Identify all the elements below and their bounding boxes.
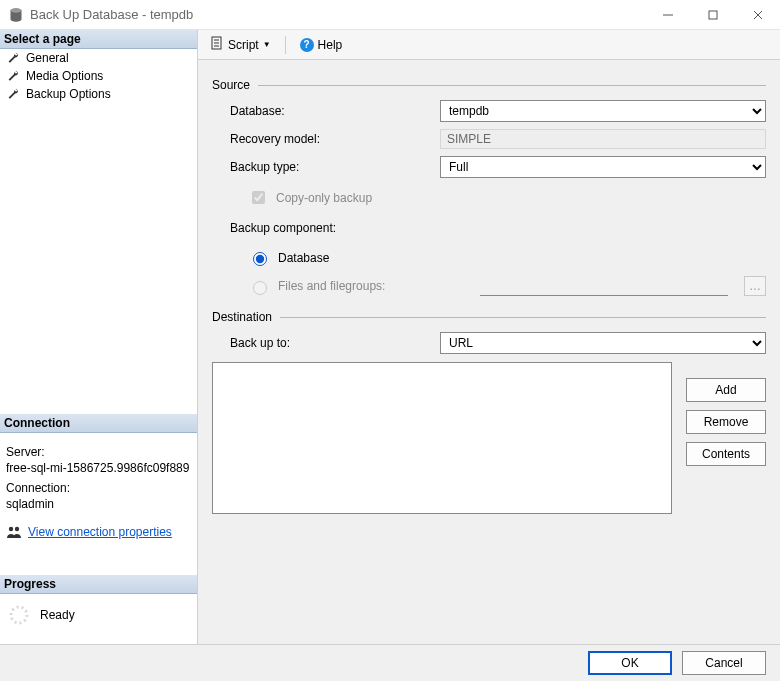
add-button[interactable]: Add	[686, 378, 766, 402]
svg-point-1	[11, 8, 22, 12]
backup-type-select[interactable]: Full	[440, 156, 766, 178]
backup-type-label: Backup type:	[230, 160, 440, 174]
backup-to-label: Back up to:	[230, 336, 440, 350]
minimize-button[interactable]	[645, 0, 690, 30]
database-label: Database:	[230, 104, 440, 118]
backup-to-select[interactable]: URL	[440, 332, 766, 354]
people-icon	[6, 525, 22, 539]
recovery-model-value: SIMPLE	[440, 129, 766, 149]
recovery-model-label: Recovery model:	[230, 132, 440, 146]
script-label: Script	[228, 38, 259, 52]
nav-item-label: Backup Options	[26, 87, 111, 101]
nav-item-label: Media Options	[26, 69, 103, 83]
database-select[interactable]: tempdb	[440, 100, 766, 122]
dialog-footer: OK Cancel	[0, 644, 780, 681]
content-area: Source Database: tempdb Recovery model: …	[198, 60, 780, 644]
close-button[interactable]	[735, 0, 780, 30]
wrench-icon	[6, 87, 20, 101]
right-panel: Script ▼ ? Help Source Database: tempdb	[198, 30, 780, 644]
nav-item-backup-options[interactable]: Backup Options	[0, 85, 197, 103]
help-label: Help	[318, 38, 343, 52]
connection-header: Connection	[0, 414, 197, 433]
wrench-icon	[6, 51, 20, 65]
filegroups-field	[480, 276, 728, 296]
radio-database-label: Database	[278, 251, 329, 265]
view-connection-properties-link[interactable]: View connection properties	[28, 525, 172, 539]
server-value: free-sql-mi-1586725.9986fc09f889	[6, 461, 191, 475]
ok-button[interactable]: OK	[588, 651, 672, 675]
connection-label: Connection:	[6, 481, 191, 495]
page-nav-list: General Media Options Backup Options	[0, 49, 197, 103]
help-icon: ?	[300, 38, 314, 52]
connection-info: Server: free-sql-mi-1586725.9986fc09f889…	[0, 433, 197, 551]
script-icon	[210, 36, 224, 53]
progress-header: Progress	[0, 575, 197, 594]
maximize-button[interactable]	[690, 0, 735, 30]
window-title: Back Up Database - tempdb	[30, 7, 645, 22]
destination-group: Destination	[212, 310, 766, 324]
radio-files-label: Files and filegroups:	[278, 279, 428, 293]
window-buttons	[645, 0, 780, 30]
left-panel: Select a page General Media Options Back…	[0, 30, 198, 644]
connection-value: sqladmin	[6, 497, 191, 511]
toolbar: Script ▼ ? Help	[198, 30, 780, 60]
toolbar-separator	[285, 36, 286, 54]
source-group-label: Source	[212, 78, 250, 92]
destination-list[interactable]	[212, 362, 672, 514]
svg-point-7	[15, 527, 19, 531]
contents-button[interactable]: Contents	[686, 442, 766, 466]
radio-database[interactable]	[253, 252, 267, 266]
svg-rect-3	[709, 11, 717, 19]
progress-status: Ready	[40, 608, 75, 622]
filegroups-browse-button: …	[744, 276, 766, 296]
select-page-header: Select a page	[0, 30, 197, 49]
remove-button[interactable]: Remove	[686, 410, 766, 434]
svg-point-8	[11, 607, 27, 623]
nav-item-general[interactable]: General	[0, 49, 197, 67]
help-button[interactable]: ? Help	[296, 36, 347, 54]
progress-spinner-icon	[8, 604, 30, 626]
copy-only-checkbox	[252, 191, 265, 204]
cancel-button[interactable]: Cancel	[682, 651, 766, 675]
backup-component-label: Backup component:	[230, 221, 440, 235]
nav-item-label: General	[26, 51, 69, 65]
source-group: Source	[212, 78, 766, 92]
chevron-down-icon: ▼	[263, 40, 271, 49]
radio-files	[253, 281, 267, 295]
script-button[interactable]: Script ▼	[206, 34, 275, 55]
svg-point-6	[9, 527, 13, 531]
nav-item-media-options[interactable]: Media Options	[0, 67, 197, 85]
progress-body: Ready	[0, 594, 197, 644]
database-icon	[8, 7, 24, 23]
copy-only-label: Copy-only backup	[276, 191, 372, 205]
title-bar: Back Up Database - tempdb	[0, 0, 780, 30]
destination-group-label: Destination	[212, 310, 272, 324]
server-label: Server:	[6, 445, 191, 459]
wrench-icon	[6, 69, 20, 83]
